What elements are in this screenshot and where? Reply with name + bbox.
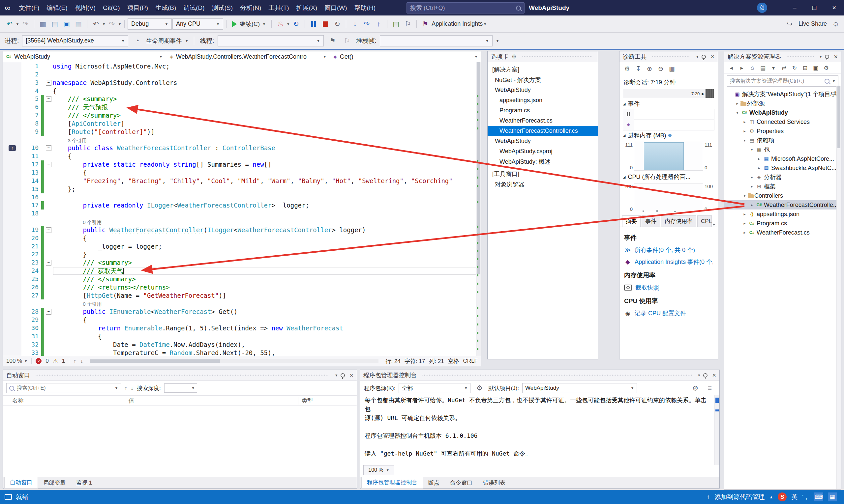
code-area[interactable]: 1using Microsoft.AspNetCore.Mvc;23−names… [3, 62, 477, 356]
unflag-thread-icon[interactable]: ⚐ [342, 35, 353, 47]
tab-list-item[interactable]: appsettings.json [488, 95, 598, 105]
breakpoint-margin[interactable] [3, 120, 21, 128]
expander-icon[interactable]: ▸ [741, 120, 748, 124]
fold-margin[interactable]: − [44, 79, 53, 87]
tab-breakpoints[interactable]: 断点 [423, 477, 445, 488]
collapse-box[interactable]: − [46, 162, 51, 167]
breakpoint-margin[interactable] [3, 128, 21, 136]
quick-search-box[interactable]: 搜索 (Ctrl+Q) [407, 2, 524, 14]
select-tools-gear-icon[interactable]: ⚙ [622, 64, 632, 73]
collapse-box[interactable]: − [46, 80, 51, 86]
type-dropdown[interactable]: ◈ WebApiStudy.Controllers.WeatherForecas… [166, 51, 330, 62]
search-depth-dropdown[interactable]: ▾ [164, 383, 197, 393]
application-insights-label[interactable]: Application Insights [432, 20, 483, 28]
prev-issue-icon[interactable]: ↑ [73, 358, 76, 365]
breakpoint-margin[interactable] [3, 210, 21, 218]
chevron-down-icon[interactable]: ▾ [103, 22, 105, 26]
output-window-icon[interactable] [5, 494, 12, 500]
process-dropdown[interactable]: [35664] WebApiStudy.exe ▾ [22, 35, 128, 47]
menu-item[interactable]: 测试(S) [208, 0, 236, 16]
expander-icon[interactable]: ▾ [741, 138, 748, 143]
scrollbar-thumb[interactable] [838, 86, 840, 148]
collapse-box[interactable]: − [46, 145, 51, 151]
breakpoint-margin[interactable] [3, 275, 21, 283]
code-line-2[interactable]: 2 [3, 71, 477, 79]
tree-item[interactable]: ▸C#WeatherForecastControlle... [724, 200, 841, 210]
step-over-icon[interactable]: ↷ [361, 18, 372, 30]
chevron-down-icon[interactable]: ▾ [16, 22, 18, 26]
solution-scrollbar[interactable] [837, 86, 841, 489]
code-line-7[interactable]: 7 /// </summary> [3, 111, 477, 120]
live-share-icon[interactable]: ↪ [784, 18, 795, 30]
tree-item[interactable]: ▸⊞框架 [724, 182, 841, 191]
expander-icon[interactable]: ▸ [741, 129, 748, 133]
fold-margin[interactable] [44, 103, 53, 111]
expander-icon[interactable]: ▸ [749, 184, 755, 189]
pin-icon[interactable] [341, 373, 345, 378]
refresh-icon[interactable]: ↻ [790, 63, 799, 72]
fold-margin[interactable] [44, 193, 53, 202]
fold-margin[interactable]: − [44, 144, 53, 152]
menu-item[interactable]: 调试(D) [180, 0, 208, 16]
code-line-12[interactable]: 12− private static readonly string[] Sum… [3, 160, 477, 169]
console-list-icon[interactable]: ≡ [704, 382, 716, 394]
fold-margin[interactable] [44, 210, 53, 218]
package-source-settings-gear-icon[interactable]: ⚙ [474, 382, 485, 394]
tree-item[interactable]: ▸外部源 [724, 99, 841, 108]
breakpoint-margin[interactable] [3, 226, 21, 234]
step-out-icon[interactable]: ↑ [373, 18, 384, 30]
fold-margin[interactable] [44, 71, 53, 79]
tab-locals[interactable]: 局部变量 [38, 477, 71, 488]
fold-margin[interactable] [44, 177, 53, 185]
default-project-dropdown[interactable]: WebApiStudy ▾ [522, 383, 637, 393]
menu-item[interactable]: 扩展(X) [293, 0, 321, 16]
restart-application-icon[interactable]: ↻ [291, 18, 302, 30]
flag-thread-icon[interactable]: ⚑ [327, 35, 338, 47]
expander-icon[interactable]: ▾ [741, 193, 748, 198]
breakpoint-margin[interactable] [3, 218, 21, 226]
chevron-down-icon[interactable]: ▾ [698, 373, 700, 378]
tab-list-item[interactable]: WeatherForecast.cs [488, 115, 598, 126]
collapse-box[interactable]: − [46, 96, 51, 102]
record-cpu-profile-link[interactable]: ◉ 记录 CPU 配置文件 [624, 309, 713, 317]
nav-back-icon[interactable]: ↶ [4, 18, 15, 30]
breakpoint-margin[interactable] [3, 95, 21, 103]
tab-list-item[interactable]: WebApiStudy [488, 85, 598, 95]
fold-margin[interactable] [44, 316, 53, 324]
code-line-14[interactable]: 14 "Freezing", "Bracing", "Chilly", "Coo… [3, 177, 477, 185]
breakpoint-margin[interactable] [3, 250, 21, 258]
fold-margin[interactable] [44, 234, 53, 242]
collapse-box[interactable]: − [46, 309, 51, 314]
expander-icon[interactable]: ▸ [749, 203, 755, 207]
menu-item[interactable]: 分析(N) [236, 0, 265, 16]
fold-margin[interactable] [44, 332, 53, 341]
save-icon[interactable]: ▣ [61, 18, 72, 30]
breakpoint-margin[interactable]: ↑ [3, 144, 21, 152]
app-insights-events-link[interactable]: ◆ Application Insights 事件(0 个, ... [624, 258, 713, 266]
line-ending-indicator[interactable]: CRLF [463, 358, 478, 364]
toolbar-overflow-icon[interactable]: ▾ [497, 38, 499, 43]
continue-button[interactable]: 继续(C) ▾ [229, 20, 269, 28]
code-line-11[interactable]: 11 { [3, 152, 477, 160]
fold-margin[interactable] [44, 201, 53, 210]
code-line-9[interactable]: 9 [Route("[controller]")] [3, 128, 477, 136]
code-line-29[interactable]: 29 { [3, 316, 477, 324]
nav-forward-icon[interactable]: ↷ [20, 18, 31, 30]
breakpoint-margin[interactable] [3, 160, 21, 169]
pmc-console-output[interactable]: 每个包都由其所有者许可给你。NuGet 不负责第三方包，也不授予其许可证。一些包… [360, 395, 715, 465]
code-line-4[interactable]: 4{ [3, 87, 477, 95]
thread-dropdown[interactable]: ▾ [218, 35, 324, 47]
column-value[interactable]: 值 [125, 397, 298, 404]
ime-keyboard-icon[interactable]: ⌨ [814, 492, 823, 501]
fold-margin[interactable] [44, 128, 53, 136]
tree-item[interactable]: ▸▦Microsoft.AspNetCore... [724, 154, 841, 163]
horizontal-scrollbar[interactable] [90, 359, 378, 363]
code-line-20[interactable]: 20 { [3, 234, 477, 242]
live-share-label[interactable]: Live Share [798, 20, 827, 28]
stop-debugging-icon[interactable] [320, 18, 331, 30]
chevron-down-icon[interactable]: ▾ [335, 373, 337, 378]
package-source-dropdown[interactable]: 全部 ▾ [399, 383, 470, 393]
tab-memory-usage[interactable]: 内存使用率 [661, 215, 696, 227]
tree-item[interactable]: ▸◫Connected Services [724, 117, 841, 126]
code-line-1[interactable]: 1using Microsoft.AspNetCore.Mvc; [3, 62, 477, 71]
